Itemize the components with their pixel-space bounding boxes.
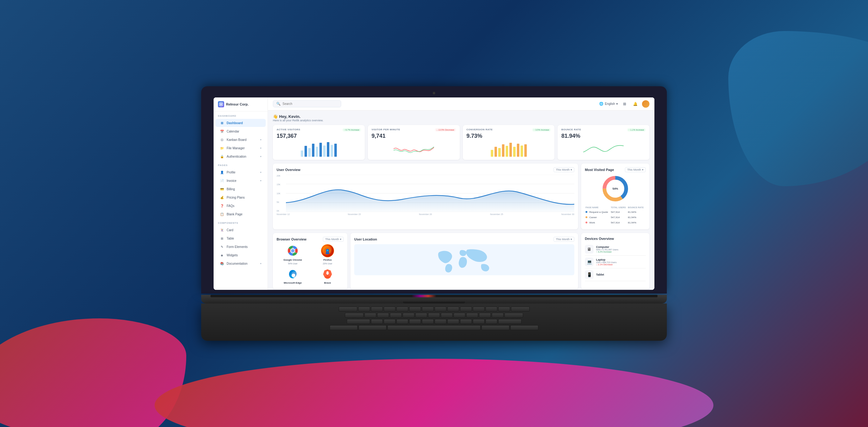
key: [486, 306, 497, 311]
svg-point-42: [292, 250, 294, 252]
sidebar-item-label: Kanban Board: [227, 138, 247, 141]
card-icon: 🃏: [220, 228, 224, 232]
sidebar-item-label: Table: [227, 237, 234, 240]
sidebar-item-label: Calendar: [227, 130, 239, 133]
users-3: 547,914: [611, 220, 627, 225]
sidebar-item-label: Invoice: [227, 179, 237, 183]
language-label: English: [605, 102, 615, 105]
page-name-2: Career: [586, 215, 610, 220]
most-visited-title: Most Visited Page: [585, 168, 614, 172]
rate-2: 81.94%: [628, 215, 645, 220]
docs-icon: 📚: [220, 261, 224, 266]
chevron-down-icon: ▾: [260, 138, 261, 141]
key: [473, 306, 485, 311]
chrome-label: Google Chrome: [283, 259, 302, 261]
stat-label-per-minute: VISITOR PER MINUTE: [372, 128, 400, 131]
device-change-computer: ↑ 3.2% Increase: [596, 251, 646, 253]
sidebar-item-formelements[interactable]: ✎ Form Elements: [215, 243, 266, 251]
bottom-row: Browser Overview This Month ▾: [273, 233, 649, 289]
device-info-tablet: Tablet: [596, 273, 646, 276]
search-box[interactable]: 🔍: [273, 100, 341, 107]
key: [460, 306, 472, 311]
sidebar-item-card[interactable]: 🃏 Card: [215, 226, 266, 234]
sidebar-item-billing[interactable]: 💳 Billing: [215, 185, 266, 193]
chevron-icon-3: ▾: [340, 238, 341, 241]
key: [359, 325, 386, 330]
notification-bell-icon[interactable]: 🔔: [631, 100, 639, 108]
y-label-5k: 5K: [277, 201, 280, 203]
greeting-title: 👋Hey, Kevin.: [273, 114, 649, 119]
rate-1: 81.94%: [628, 210, 645, 215]
grid-icon-button[interactable]: ⊞: [621, 100, 628, 108]
svg-rect-20: [520, 145, 523, 157]
stat-badge-visitors: ↑ 6.7% Increase: [342, 128, 361, 132]
y-label-10k: 10K: [277, 192, 280, 195]
spacebar: [388, 325, 480, 330]
svg-rect-9: [327, 142, 330, 157]
topnav-right: 🌐 English ▾ ⊞ 🔔: [599, 100, 649, 108]
sidebar-item-invoice[interactable]: 📄 Invoice ▾: [215, 176, 266, 185]
key: [486, 319, 497, 324]
key: [347, 319, 370, 324]
sidebar-item-pricing[interactable]: 💰 Pricing Plans: [215, 193, 266, 201]
key: [403, 313, 414, 318]
user-overview-card: User Overview This Month ▾ 20K: [273, 164, 578, 229]
tablet-icon: 📱: [585, 270, 594, 279]
language-button[interactable]: 🌐 English ▾: [599, 102, 618, 106]
y-label-15k: 15K: [277, 184, 280, 186]
key: [409, 306, 421, 311]
x-label-4: November 25: [490, 213, 503, 216]
wave-icon: 👋: [273, 114, 278, 119]
mini-chart-per-minute: [372, 141, 456, 157]
key: [498, 306, 510, 311]
most-visited-period[interactable]: This Month ▾: [625, 167, 646, 172]
sidebar-item-label: Form Elements: [227, 245, 248, 249]
form-icon: ✎: [220, 244, 224, 249]
dashboard-icon: ⊞: [220, 121, 224, 125]
col-total-users: TOTAL USERS: [611, 206, 627, 209]
sidebar-item-label: Documentation: [227, 262, 247, 265]
sidebar-item-filemanager[interactable]: 📁 File Manager ▾: [215, 144, 266, 152]
user-location-card: User Location This Month ▾: [350, 233, 578, 289]
users-1: 547,914: [611, 210, 627, 215]
sidebar-item-auth[interactable]: 🔒 Authentication ▾: [215, 152, 266, 160]
sidebar: ReInsur Corp. DASHBOARD ⊞ Dashboard 📅 Ca…: [214, 97, 268, 290]
search-input[interactable]: [282, 102, 326, 105]
sidebar-item-calendar[interactable]: 📅 Calendar: [215, 127, 266, 135]
users-2: 547,914: [611, 215, 627, 220]
user-overview-period[interactable]: This Month ▾: [554, 167, 574, 172]
logo-icon: [218, 101, 224, 107]
y-label-20k: 20K: [277, 175, 280, 177]
sidebar-item-faqs[interactable]: ❓ FAQs: [215, 202, 266, 210]
sidebar-item-table[interactable]: ⊞ Table: [215, 234, 266, 242]
sidebar-item-dashboard[interactable]: ⊞ Dashboard: [215, 119, 266, 127]
location-period[interactable]: This Month ▾: [554, 237, 574, 242]
user-avatar[interactable]: [642, 100, 649, 108]
device-info-laptop: Laptop 23% • 998,723 Users ↓ 2.1% Decrea…: [596, 258, 646, 266]
invoice-icon: 📄: [220, 178, 224, 183]
stat-card-per-minute: VISITOR PER MINUTE ↓ 13.5% Decrease 9,74…: [368, 125, 460, 160]
sidebar-item-profile[interactable]: 👤 Profile ▾: [215, 168, 266, 176]
key: [365, 313, 376, 318]
sidebar-logo: ReInsur Corp.: [214, 97, 268, 111]
browser-item-brave: Brave: [311, 267, 344, 286]
brave-label: Brave: [324, 282, 331, 284]
chevron-icon-2: ▾: [642, 168, 644, 171]
key: [435, 319, 446, 324]
sidebar-item-widgets[interactable]: ◈ Widgets: [215, 251, 266, 259]
mid-row: User Overview This Month ▾ 20K: [273, 164, 649, 229]
browser-period[interactable]: This Month ▾: [323, 237, 344, 242]
sidebar-item-blank[interactable]: 📋 Blank Page: [215, 210, 266, 218]
svg-rect-3: [305, 146, 307, 157]
key: [435, 306, 446, 311]
key: [428, 313, 440, 318]
sidebar-item-docs[interactable]: 📚 Documentation ▾: [215, 259, 266, 267]
stat-card-conversion: CONVERSION RATE ↑ 3.5% Increase 9.73%: [463, 125, 555, 160]
sidebar-item-label: File Manager: [227, 146, 245, 150]
sidebar-item-kanban[interactable]: ⊡ Kanban Board ▾: [215, 136, 266, 144]
globe-icon: 🌐: [599, 102, 603, 106]
sidebar-item-label: Authentication: [227, 155, 246, 158]
stat-value-visitors: 157,367: [277, 133, 361, 139]
svg-rect-16: [505, 146, 508, 157]
device-users-laptop: 23% • 998,723 Users: [596, 261, 646, 263]
